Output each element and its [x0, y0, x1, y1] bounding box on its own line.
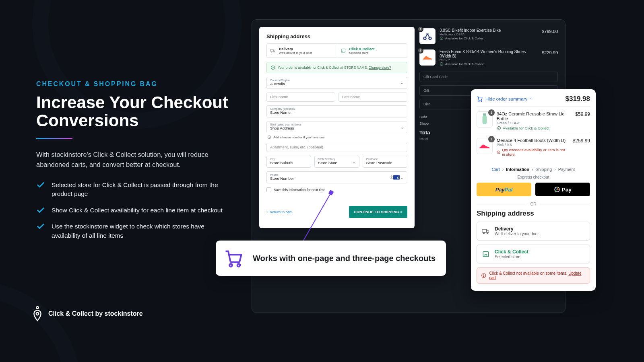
paypal-button[interactable]: PayPal — [477, 183, 531, 196]
check-circle-icon — [440, 36, 444, 40]
crumb-shipping: Shipping — [535, 167, 552, 172]
bullet-item: Use the stockinstore widget to check whi… — [36, 222, 233, 240]
alert-circle-icon — [481, 273, 487, 278]
store-icon — [341, 48, 346, 53]
bike-icon — [422, 31, 433, 41]
svg-point-5 — [271, 66, 275, 70]
breadcrumb: Cart› Information› Shipping› Payment — [477, 167, 590, 172]
save-info-checkbox[interactable]: Save this information for next time — [266, 187, 407, 192]
bottle-icon — [481, 113, 488, 125]
mobile-checkout-card: Hide order summary ⌃ $319.98 1 34Oz Cera… — [471, 89, 596, 291]
google-icon — [554, 186, 560, 193]
svg-point-16 — [481, 101, 482, 101]
crumb-cart[interactable]: Cart — [492, 167, 500, 172]
svg-rect-18 — [483, 113, 486, 115]
brand-footer: Click & Collect by stockinstore — [32, 306, 143, 322]
info-icon — [267, 135, 271, 139]
lead-paragraph: With stockinstore's Click & Collect solu… — [36, 150, 233, 170]
change-store-link[interactable]: Change store? — [369, 66, 391, 70]
delivery-option[interactable]: DeliveryWe'll deliver to your door — [267, 44, 337, 58]
cart-icon — [223, 248, 244, 269]
cart-line-item: 1 34Oz Ceramic Reusable Straw Lid Bottle… — [477, 107, 590, 133]
store-icon — [482, 250, 490, 258]
gift-card-input[interactable]: Gift Card Code — [419, 72, 558, 82]
fulfilment-toggle[interactable]: DeliveryWe'll deliver to your door Click… — [266, 43, 407, 58]
svg-point-26 — [487, 232, 488, 233]
mobile-shipping-title: Shipping address — [477, 210, 590, 218]
qty-badge: 1 — [488, 109, 495, 116]
click-collect-option[interactable]: Click & CollectSelected store — [477, 245, 590, 263]
express-checkout-label: Express checkout — [477, 175, 590, 179]
cart-line-item: 1 Menace 4 Football Boots (Width D) Pink… — [477, 133, 590, 159]
svg-point-14 — [237, 264, 240, 267]
product-thumb: 1 — [419, 49, 436, 66]
svg-rect-17 — [483, 115, 487, 124]
svg-point-25 — [483, 232, 484, 233]
continue-button[interactable]: CONTINUE TO SHIPPING > — [349, 206, 407, 218]
address-hint: Add a house number if you have one — [267, 135, 407, 139]
or-divider: OR — [477, 202, 590, 206]
chevron-up-icon: ⌃ — [530, 97, 533, 101]
address-input[interactable]: Start typing your address Shop Address ⌕ — [266, 121, 407, 133]
svg-point-1 — [36, 313, 39, 315]
order-total: $319.98 — [566, 95, 590, 103]
svg-rect-2 — [270, 49, 274, 51]
search-icon: ⌕ — [401, 125, 404, 130]
headline: Increase Your Checkout Conversions — [36, 93, 233, 130]
svg-point-15 — [479, 101, 479, 101]
x-circle-icon — [497, 150, 500, 154]
bullet-item: Show Click & Collect availability for ea… — [36, 206, 233, 215]
check-icon — [36, 181, 45, 189]
product-thumb: 1 — [419, 28, 436, 44]
chevron-down-icon: ⌄ — [353, 160, 356, 164]
svg-point-3 — [271, 51, 272, 52]
check-circle-icon — [497, 126, 501, 130]
checkout-title: Shipping address — [266, 33, 407, 39]
return-to-cart-link[interactable]: ‹ Return to cart — [266, 210, 292, 214]
phone-input[interactable]: Phone Store Number ⓘ ⌄ — [266, 171, 407, 183]
country-select[interactable]: Country/Region Australia ⌄ — [266, 77, 407, 89]
qty-badge: 1 — [417, 26, 423, 32]
flag-au-icon[interactable]: ⌄ — [393, 175, 404, 180]
map-pin-icon — [32, 306, 43, 322]
company-input[interactable]: Company (optional) Store Name — [266, 105, 407, 117]
city-input[interactable]: CityStore Suburb — [266, 156, 311, 168]
postcode-input[interactable]: PostcodeStore Postcode — [363, 156, 407, 168]
svg-point-4 — [274, 51, 275, 52]
check-icon — [36, 206, 45, 215]
cc-unavailable-alert: Click & Collect not available on some it… — [477, 267, 590, 284]
qty-badge: 1 — [488, 136, 495, 142]
crumb-payment: Payment — [558, 167, 575, 172]
click-collect-option[interactable]: Click & CollectSelected store — [337, 44, 407, 58]
svg-point-0 — [36, 306, 38, 309]
cart-icon — [477, 96, 483, 102]
product-thumb: 1 — [477, 138, 493, 154]
delivery-option[interactable]: DeliveryWe'll deliver to your door — [477, 222, 590, 241]
gpay-button[interactable]: Pay — [535, 183, 590, 196]
callout-card: Works with one-page and three-page check… — [216, 241, 446, 276]
svg-point-19 — [497, 126, 500, 130]
first-name-input[interactable]: First name — [266, 93, 335, 102]
shoe-icon — [422, 54, 433, 61]
bullet-item: Selected store for Click & Collect is pa… — [36, 181, 233, 199]
toggle-order-summary[interactable]: Hide order summary ⌃ — [477, 96, 533, 102]
product-thumb: 1 — [477, 111, 493, 128]
qty-badge: 1 — [417, 47, 423, 53]
summary-line-item: 1 Fresh Foam X 880v14 Women's Running Sh… — [419, 48, 558, 70]
svg-rect-24 — [482, 229, 487, 232]
shoe-icon — [479, 142, 491, 150]
last-name-input[interactable]: Last name — [339, 93, 407, 102]
chevron-down-icon: ⌄ — [400, 81, 404, 85]
state-select[interactable]: State/territoryStore State⌄ — [314, 156, 359, 168]
phone-help-icon: ⓘ — [390, 175, 393, 180]
check-circle-icon — [270, 65, 275, 70]
apartment-input[interactable]: Apartment, suite, etc. (optional) — [266, 143, 407, 152]
svg-point-11 — [440, 37, 443, 40]
summary-line-item: 1 3.0SC Bikefit Indoor Exercise Bike Mul… — [419, 27, 558, 48]
svg-point-12 — [440, 62, 443, 66]
svg-point-13 — [229, 264, 232, 267]
checkout-panel: Shipping address DeliveryWe'll deliver t… — [259, 27, 415, 228]
availability-notice: Your order is available for Click & Coll… — [266, 62, 407, 73]
check-icon — [36, 222, 45, 231]
crumb-information: Information — [506, 167, 529, 172]
